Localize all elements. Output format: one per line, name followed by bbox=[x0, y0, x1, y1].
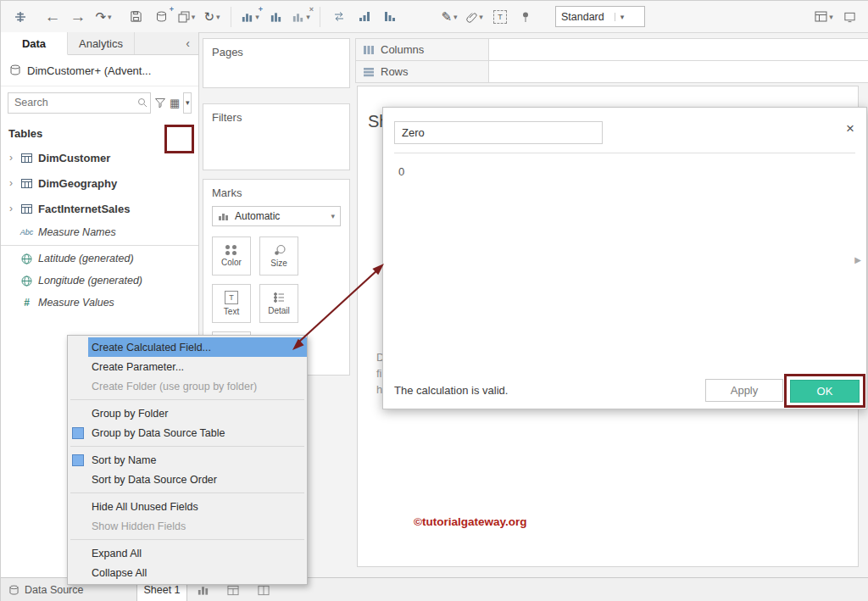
menu-item-create-calculated-field[interactable]: Create Calculated Field... bbox=[68, 337, 307, 357]
checked-icon bbox=[72, 427, 84, 439]
redo-icon[interactable]: → bbox=[65, 6, 91, 28]
globe-icon bbox=[20, 253, 33, 264]
presentation-mode-icon[interactable] bbox=[837, 6, 862, 28]
rows-shelf[interactable] bbox=[474, 60, 868, 83]
fields-menu-dropdown[interactable]: ▾ bbox=[183, 92, 192, 114]
sort-descending-icon[interactable] bbox=[377, 6, 403, 28]
ok-button[interactable]: OK bbox=[790, 380, 860, 403]
tableau-logo-icon[interactable] bbox=[8, 6, 33, 28]
table-icon bbox=[20, 153, 33, 163]
menu-item-sort-by-datasource-order[interactable]: Sort by Data Source Order bbox=[68, 470, 307, 489]
menu-item-collapse-all[interactable]: Collapse All bbox=[68, 563, 307, 582]
menu-item-label: Expand All bbox=[92, 548, 142, 559]
fix-axes-icon[interactable] bbox=[513, 6, 538, 28]
menu-item-sort-by-name[interactable]: Sort by Name bbox=[68, 450, 307, 470]
expand-chevron-icon[interactable]: › bbox=[7, 177, 15, 189]
menu-item-create-folder: Create Folder (use group by folder) bbox=[68, 376, 307, 396]
pen-glyph: ✎ bbox=[441, 9, 452, 25]
columns-icon bbox=[363, 45, 375, 55]
field-dimgeography[interactable]: › DimGeography bbox=[1, 170, 198, 196]
menu-item-group-by-datasource-table[interactable]: Group by Data Source Table bbox=[68, 423, 307, 442]
datasource-row[interactable]: DimCustomer+ (Advent... bbox=[1, 55, 198, 86]
formula-editor[interactable]: 0 bbox=[394, 159, 841, 376]
filters-label: Filters bbox=[203, 104, 349, 127]
highlight-icon[interactable]: ✎▾ bbox=[437, 6, 462, 28]
view-options-icon[interactable]: ▦ bbox=[170, 93, 180, 113]
menu-item-hide-all-unused-fields[interactable]: Hide All Unused Fields bbox=[68, 497, 307, 516]
close-icon[interactable]: × bbox=[846, 121, 854, 136]
annotation-box-ok: OK bbox=[784, 374, 865, 408]
filter-fields-icon[interactable] bbox=[154, 93, 166, 113]
search-icon bbox=[137, 97, 147, 108]
field-measure-values[interactable]: # Measure Values bbox=[1, 292, 198, 314]
expand-chevron-icon[interactable]: › bbox=[7, 152, 15, 164]
menu-item-create-parameter[interactable]: Create Parameter... bbox=[68, 357, 307, 376]
menu-separator bbox=[70, 399, 304, 400]
field-label: Measure Values bbox=[38, 297, 114, 309]
field-latitude[interactable]: Latitude (generated) bbox=[1, 248, 198, 270]
calc-status-text: The calculation is valid. bbox=[394, 384, 508, 397]
save-icon[interactable] bbox=[123, 6, 148, 28]
field-measure-names[interactable]: Abc Measure Names bbox=[1, 221, 198, 243]
color-button[interactable]: Color bbox=[212, 237, 251, 275]
size-icon bbox=[273, 244, 286, 256]
text-button[interactable]: T Text bbox=[212, 284, 251, 323]
rows-label: Rows bbox=[381, 65, 409, 78]
undo-icon[interactable]: ← bbox=[40, 6, 65, 28]
checked-icon bbox=[72, 454, 84, 466]
detail-icon bbox=[273, 292, 286, 303]
apply-button[interactable]: Apply bbox=[705, 379, 783, 402]
swap-rows-columns-icon[interactable] bbox=[326, 6, 352, 28]
chevron-down-icon: ▾ bbox=[186, 98, 190, 107]
size-button[interactable]: Size bbox=[259, 237, 298, 275]
chevron-down-icon: ▾ bbox=[306, 13, 310, 21]
clear-x-icon: × bbox=[309, 5, 314, 14]
calc-name-input[interactable] bbox=[394, 121, 603, 144]
new-worksheet-icon[interactable]: + ▾ bbox=[237, 6, 263, 28]
tab-data[interactable]: Data bbox=[1, 32, 68, 55]
pause-updates-icon[interactable]: ▾ bbox=[174, 6, 199, 28]
sort-ascending-icon[interactable] bbox=[352, 6, 377, 28]
refresh-glyph: ↻ bbox=[203, 9, 214, 25]
duplicate-sheet-icon[interactable] bbox=[263, 6, 288, 28]
run-updates-icon[interactable]: ↻▾ bbox=[199, 6, 225, 28]
chevron-down-icon: ▾ bbox=[479, 13, 483, 21]
fields-divider bbox=[1, 245, 198, 246]
show-cards-icon[interactable]: ▾ bbox=[811, 6, 837, 28]
field-factinternetsales[interactable]: › FactInternetSales bbox=[1, 196, 198, 221]
menu-item-label: Group by Data Source Table bbox=[92, 427, 225, 439]
mark-labels-icon[interactable]: T bbox=[487, 6, 513, 28]
chevron-down-icon: ▾ bbox=[331, 212, 335, 220]
field-label: Longitude (generated) bbox=[38, 275, 142, 287]
chevron-down-icon: ▾ bbox=[108, 13, 112, 21]
tab-analytics[interactable]: Analytics bbox=[68, 32, 135, 54]
abc-icon: Abc bbox=[20, 228, 33, 237]
annotation-box-dropdown bbox=[164, 125, 194, 153]
menu-item-expand-all[interactable]: Expand All bbox=[68, 543, 307, 563]
menu-item-label: Show Hidden Fields bbox=[92, 520, 186, 532]
search-input[interactable] bbox=[8, 92, 151, 114]
menu-item-group-by-folder[interactable]: Group by Folder bbox=[68, 403, 307, 423]
replay-icon[interactable]: ↷▾ bbox=[91, 6, 116, 28]
new-datasource-icon[interactable]: + bbox=[148, 6, 174, 28]
fields-context-menu: Create Calculated Field... Create Parame… bbox=[67, 335, 308, 585]
filters-card[interactable]: Filters bbox=[203, 103, 350, 170]
detail-button[interactable]: Detail bbox=[259, 284, 298, 323]
mark-type-dropdown[interactable]: Automatic ▾ bbox=[212, 206, 341, 226]
fit-dropdown[interactable]: Standard ▾ bbox=[555, 6, 645, 27]
table-icon bbox=[20, 179, 33, 188]
group-members-icon[interactable]: ▾ bbox=[462, 6, 487, 28]
expand-chevron-icon[interactable]: › bbox=[7, 203, 15, 214]
search-row: ▦ ▾ bbox=[1, 86, 198, 119]
columns-shelf[interactable] bbox=[474, 38, 868, 61]
text-icon: T bbox=[225, 291, 238, 304]
collapse-pane-icon[interactable]: ‹ bbox=[177, 32, 198, 54]
data-source-label: Data Source bbox=[25, 584, 83, 596]
clear-sheet-icon[interactable]: × ▾ bbox=[288, 6, 314, 28]
field-longitude[interactable]: Longitude (generated) bbox=[1, 270, 198, 292]
detail-label: Detail bbox=[268, 306, 290, 315]
menu-item-show-hidden-fields: Show Hidden Fields bbox=[68, 516, 307, 536]
color-label: Color bbox=[221, 258, 242, 267]
functions-pane-expander-icon[interactable]: ▶ bbox=[854, 255, 861, 264]
pages-card[interactable]: Pages bbox=[203, 38, 350, 88]
